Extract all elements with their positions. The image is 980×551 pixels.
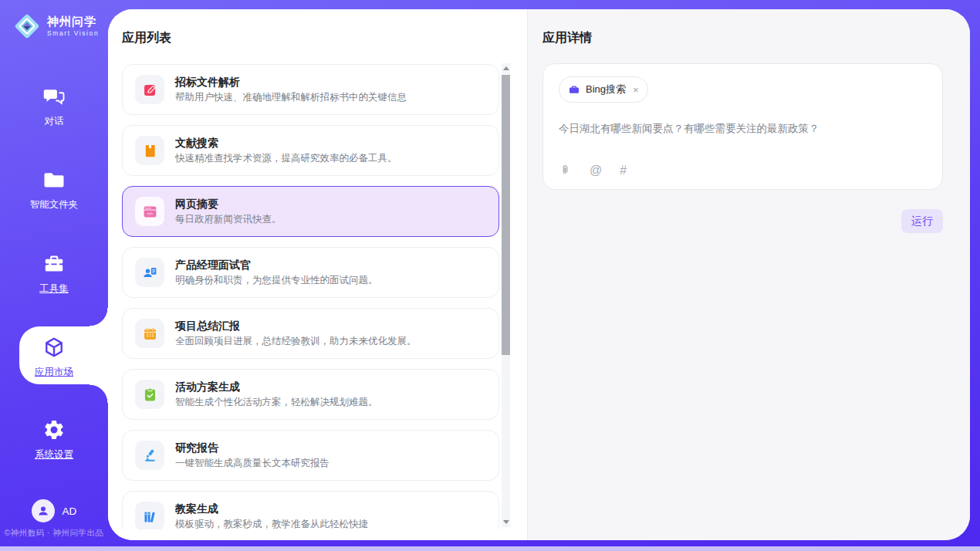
app-card-desc: 每日政府新闻资讯快查。 xyxy=(175,214,282,225)
scrollbar xyxy=(502,63,510,527)
clipboard-check-icon xyxy=(135,380,164,409)
tool-chip-bing-search[interactable]: Bing搜索 × xyxy=(559,76,648,103)
sidebar-item-label: 智能文件夹 xyxy=(0,198,108,211)
app-card-desc: 一键智能生成高质量长文本研究报告 xyxy=(175,458,329,469)
app-card-project-summary[interactable]: 项目总结汇报 全面回顾项目进展，总结经验教训，助力未来优化发展。 xyxy=(122,308,499,359)
chat-icon xyxy=(42,97,66,110)
app-list-panel: 应用列表 招标文件解析 帮助用户快速、准确地理解和解析招标书中的关键信息 xyxy=(108,9,527,540)
run-button[interactable]: 运行 xyxy=(901,209,943,233)
toolbox-icon xyxy=(42,265,66,278)
app-card-bid-analysis[interactable]: 招标文件解析 帮助用户快速、准确地理解和解析招标书中的关键信息 xyxy=(122,64,499,115)
app-card-desc: 全面回顾项目进展，总结经验教训，助力未来优化发展。 xyxy=(175,336,417,347)
calendar-icon xyxy=(135,319,164,348)
sidebar-item-label: 工具集 xyxy=(0,282,108,296)
app-card-list: 招标文件解析 帮助用户快速、准确地理解和解析招标书中的关键信息 文献搜索 快速精… xyxy=(122,64,499,529)
scrollbar-down-arrow[interactable] xyxy=(502,517,510,527)
sidebar-item-toolset[interactable]: 工具集 xyxy=(0,252,108,296)
app-card-event-plan[interactable]: 活动方案生成 智能生成个性化活动方案，轻松解决规划难题。 xyxy=(122,369,499,420)
scrollbar-thumb[interactable] xyxy=(502,75,510,355)
app-card-literature-search[interactable]: 文献搜索 快速精准查找学术资源，提高研究效率的必备工具。 xyxy=(122,125,499,176)
hash-icon[interactable]: # xyxy=(620,164,627,177)
app-detail-title: 应用详情 xyxy=(542,30,592,46)
gear-icon xyxy=(42,431,66,444)
app-card-web-summary[interactable]: </> 网页摘要 每日政府新闻资讯快查。 xyxy=(122,186,499,237)
interviewer-icon xyxy=(135,258,164,287)
sidebar-item-chat[interactable]: 对话 xyxy=(0,85,108,128)
browser-code-icon: </> xyxy=(135,197,164,226)
briefcase-icon xyxy=(568,83,580,96)
app-card-name: 产品经理面试官 xyxy=(175,259,378,272)
app-card-desc: 快速精准查找学术资源，提高研究效率的必备工具。 xyxy=(175,153,397,164)
app-list-title: 应用列表 xyxy=(122,30,171,46)
avatar xyxy=(32,499,55,522)
close-icon[interactable]: × xyxy=(633,85,639,95)
sidebar-item-label: 对话 xyxy=(0,115,108,128)
query-input[interactable]: 今日湖北有哪些新闻要点？有哪些需要关注的最新政策？ xyxy=(559,121,927,137)
brand-logo: 神州问学 Smart Vision xyxy=(12,12,99,41)
sidebar-item-label: 应用市场 xyxy=(0,366,108,379)
app-card-name: 网页摘要 xyxy=(175,198,282,211)
app-card-name: 招标文件解析 xyxy=(175,76,407,89)
input-toolbar: @ # xyxy=(559,164,927,177)
tool-chip-label: Bing搜索 xyxy=(586,83,626,96)
brand-name: 神州问学 xyxy=(47,15,99,29)
main-content: 应用列表 招标文件解析 帮助用户快速、准确地理解和解析招标书中的关键信息 xyxy=(108,9,970,540)
brand-subtitle: Smart Vision xyxy=(47,29,99,37)
app-card-desc: 明确身份和职责，为您提供专业性的面试问题。 xyxy=(175,275,378,286)
attachment-icon[interactable] xyxy=(559,164,572,177)
edit-document-icon xyxy=(135,75,164,104)
copyright-footer: ©神州数码 · 神州问学出品 xyxy=(0,528,108,539)
app-card-name: 文献搜索 xyxy=(175,137,397,150)
app-card-name: 项目总结汇报 xyxy=(175,319,417,333)
active-tab-curve-top xyxy=(90,308,108,326)
brand-diamond-icon xyxy=(12,12,42,41)
prompt-input-card[interactable]: Bing搜索 × 今日湖北有哪些新闻要点？有哪些需要关注的最新政策？ @ # xyxy=(542,63,943,190)
book-icon xyxy=(135,136,164,165)
folder-icon xyxy=(42,181,66,194)
user-account[interactable]: AD xyxy=(0,499,108,522)
cube-icon xyxy=(42,348,66,361)
app-card-name: 教案生成 xyxy=(175,502,368,516)
mention-icon[interactable]: @ xyxy=(590,164,602,177)
app-card-name: 活动方案生成 xyxy=(175,380,378,394)
scrollbar-up-arrow[interactable] xyxy=(502,63,510,73)
svg-text:</>: </> xyxy=(147,211,154,215)
books-icon xyxy=(135,502,164,529)
app-card-desc: 模板驱动，教案秒成，教学准备从此轻松快捷 xyxy=(175,519,368,529)
app-card-pm-interviewer[interactable]: 产品经理面试官 明确身份和职责，为您提供专业性的面试问题。 xyxy=(122,247,499,298)
app-card-research-report[interactable]: 研究报告 一键智能生成高质量长文本研究报告 xyxy=(122,430,499,481)
app-card-desc: 帮助用户快速、准确地理解和解析招标书中的关键信息 xyxy=(175,92,407,103)
active-tab-curve-bottom xyxy=(90,384,108,403)
sidebar-item-label: 系统设置 xyxy=(0,448,108,461)
sidebar-item-app-market[interactable]: 应用市场 xyxy=(0,336,108,379)
sidebar-item-smart-folder[interactable]: 智能文件夹 xyxy=(0,168,108,211)
app-card-name: 研究报告 xyxy=(175,441,329,455)
sidebar-item-settings[interactable]: 系统设置 xyxy=(0,418,108,461)
app-detail-panel: 应用详情 Bing搜索 × 今日湖北有哪些新闻要点？有哪些需要关注的最新政策？ xyxy=(527,9,970,540)
app-card-lesson-plan[interactable]: 教案生成 模板驱动，教案秒成，教学准备从此轻松快捷 xyxy=(122,491,499,529)
user-initials: AD xyxy=(63,505,77,517)
microscope-icon xyxy=(135,441,164,470)
window-bottom-edge xyxy=(0,546,980,551)
app-card-desc: 智能生成个性化活动方案，轻松解决规划难题。 xyxy=(175,397,378,408)
sidebar: 神州问学 Smart Vision 对话 智能文件夹 xyxy=(0,0,108,551)
